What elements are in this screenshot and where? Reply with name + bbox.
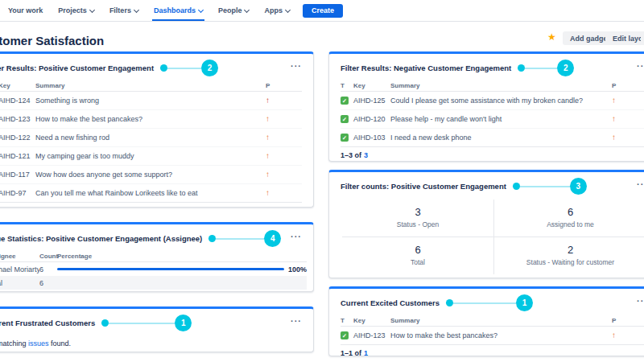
nav-item-your-work[interactable]: Your work xyxy=(8,0,43,21)
gadget-title: Issue Statistics: Positive Customer Enga… xyxy=(0,234,202,243)
priority-high-icon: ↑ xyxy=(266,188,270,197)
issue-summary-link[interactable]: My camping gear is too muddy xyxy=(35,152,266,160)
nav-item-dashboards[interactable]: Dashboards xyxy=(154,0,203,21)
issue-key-link[interactable]: AIHD-125 xyxy=(353,97,390,105)
stat-label: Total xyxy=(342,258,493,266)
gadget-filter-results-positive: Filter Results: Positive Customer Engage… xyxy=(0,51,314,208)
column-assignee: Assignee xyxy=(0,253,39,260)
stat-label: Status - Open xyxy=(342,220,493,228)
table-row: ✓ AIHD-120 Please help - my candle won't… xyxy=(341,110,644,129)
issue-key-link[interactable]: AIHD-103 xyxy=(353,134,390,142)
create-button[interactable]: Create xyxy=(303,4,343,18)
edit-layout-button[interactable]: Edit layout xyxy=(605,31,644,45)
nav-item-projects[interactable]: Projects xyxy=(58,0,94,21)
gadget-menu-button[interactable]: ··· xyxy=(637,297,644,309)
issue-summary-link[interactable]: Could I please get some assistance with … xyxy=(390,97,612,105)
issue-summary-link[interactable]: Please help - my candle won't light xyxy=(390,115,612,123)
issue-table: T Key Summary P ✓ AIHD-124 Something is … xyxy=(0,80,302,208)
gadget-menu-button[interactable]: ··· xyxy=(637,180,644,192)
assignee-link[interactable]: Michael Moriarty xyxy=(0,265,39,274)
top-navigation: Your work Projects Filters Dashboards Pe… xyxy=(0,0,644,22)
column-priority: P xyxy=(266,82,302,89)
nav-label: Your work xyxy=(8,6,43,14)
issue-summary-link[interactable]: Something is wrong xyxy=(35,97,266,105)
onboarding-badge[interactable]: 3 xyxy=(570,178,587,195)
issue-key-link[interactable]: AIHD-123 xyxy=(353,331,390,339)
pagination-total-link[interactable]: 3 xyxy=(364,151,368,159)
gadget-title: Filter Results: Positive Customer Engage… xyxy=(0,64,154,72)
gadget-current-frustrated: Current Frustrated Customers 1 ··· No ma… xyxy=(0,306,314,352)
onboarding-pulse: 2 xyxy=(518,60,574,76)
issue-key-link[interactable]: AIHD-122 xyxy=(0,134,35,142)
issue-key-link[interactable]: AIHD-97 xyxy=(0,189,35,197)
stat-value-link[interactable]: 6 xyxy=(494,206,644,218)
table-header-row: Assignee Count Percentage xyxy=(0,250,307,262)
onboarding-badge[interactable]: 2 xyxy=(201,60,218,76)
priority-high-icon: ↑ xyxy=(612,96,616,105)
nav-label: Apps xyxy=(264,6,283,14)
column-key: Key xyxy=(353,82,390,89)
gadget-header: Filter Results: Positive Customer Engage… xyxy=(0,54,313,80)
issue-key-link[interactable]: AIHD-124 xyxy=(0,97,35,105)
nav-label: People xyxy=(218,6,242,14)
issue-key-link[interactable]: AIHD-123 xyxy=(0,115,35,123)
task-type-icon: ✓ xyxy=(341,331,349,339)
stat-value-link[interactable]: 6 xyxy=(342,244,493,256)
table-row: ✓ AIHD-123 How to make the best pancakes… xyxy=(0,110,302,129)
column-summary: Summary xyxy=(390,82,612,89)
statistics-total-row: Total 6 xyxy=(0,276,307,290)
issues-link[interactable]: issues xyxy=(28,339,49,348)
issue-summary-link[interactable]: Can you tell me what Rainbow Lorikeets l… xyxy=(35,189,266,197)
chevron-down-icon xyxy=(244,6,250,12)
pagination-total-link[interactable]: 6 xyxy=(9,207,13,208)
pagination-total-link[interactable]: 1 xyxy=(364,349,368,356)
dashboard-more-button[interactable] xyxy=(641,31,644,45)
issue-key-link[interactable]: AIHD-120 xyxy=(353,115,390,123)
column-type: T xyxy=(341,82,353,89)
chevron-down-icon xyxy=(198,6,204,12)
issue-key-link[interactable]: AIHD-121 xyxy=(0,152,35,160)
favorite-star-icon[interactable]: ★ xyxy=(547,32,556,42)
issue-key-link[interactable]: AIHD-117 xyxy=(0,171,35,179)
issue-summary-link[interactable]: I need a new desk phone xyxy=(390,134,612,142)
chevron-down-icon xyxy=(285,6,291,12)
issue-summary-link[interactable]: Need a new fishing rod xyxy=(35,134,266,142)
column-priority: P xyxy=(612,317,644,324)
gadget-menu-button[interactable]: ··· xyxy=(291,317,302,329)
nav-item-people[interactable]: People xyxy=(218,0,250,21)
issue-summary-link[interactable]: How to make the best pancakes? xyxy=(390,331,612,339)
onboarding-badge[interactable]: 2 xyxy=(557,60,574,76)
nav-item-apps[interactable]: Apps xyxy=(264,0,290,21)
onboarding-badge[interactable]: 1 xyxy=(175,315,192,331)
chevron-down-icon xyxy=(89,6,95,12)
column-summary: Summary xyxy=(390,317,612,324)
jira-dashboard-page: Your work Projects Filters Dashboards Pe… xyxy=(0,0,644,362)
statistics-table: Assignee Count Percentage Michael Moriar… xyxy=(0,250,307,290)
issue-table: T Key Summary P ✓ AIHD-125 Could I pleas… xyxy=(341,80,644,162)
onboarding-badge[interactable]: 1 xyxy=(516,294,533,311)
gadget-header: Filter Results: Negative Customer Engage… xyxy=(329,54,644,80)
issue-summary-link[interactable]: How to make the best pancakes? xyxy=(35,115,266,123)
stat-value-link[interactable]: 3 xyxy=(342,206,493,218)
gadget-menu-button[interactable]: ··· xyxy=(291,62,302,74)
table-row: ✓ AIHD-103 I need a new desk phone ↑ xyxy=(341,129,644,147)
table-row: ✓ AIHD-121 My camping gear is too muddy … xyxy=(0,147,302,166)
issue-summary-link[interactable]: Wow how does anyone get some support? xyxy=(35,171,266,179)
nav-item-filters[interactable]: Filters xyxy=(109,0,138,21)
gadget-filter-results-negative: Filter Results: Negative Customer Engage… xyxy=(328,51,644,162)
empty-text: found. xyxy=(49,339,72,348)
column-priority: P xyxy=(612,82,644,89)
total-label: Total xyxy=(0,279,39,287)
table-row: ✓ AIHD-97 Can you tell me what Rainbow L… xyxy=(0,184,302,203)
stat-value-link[interactable]: 2 xyxy=(494,244,644,256)
stat-cell: 2 Status - Waiting for customer xyxy=(494,237,644,274)
gadget-header: Filter counts: Positive Customer Engagem… xyxy=(329,172,644,198)
onboarding-pulse: 4 xyxy=(208,230,281,247)
gadget-menu-button[interactable]: ··· xyxy=(291,232,302,245)
nav-label: Filters xyxy=(109,6,131,14)
gadget-menu-button[interactable]: ··· xyxy=(637,62,644,74)
stat-label: Status - Waiting for customer xyxy=(494,258,644,266)
stat-cell: 6 Assigned to me xyxy=(494,200,644,237)
stat-cell: 6 Total xyxy=(342,237,494,274)
onboarding-badge[interactable]: 4 xyxy=(264,230,281,247)
